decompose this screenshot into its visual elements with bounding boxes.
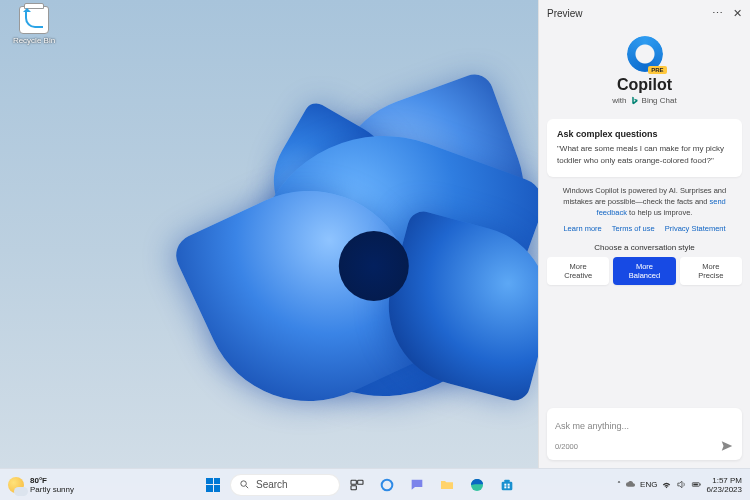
task-view-icon xyxy=(349,477,365,493)
taskbar-systray: ˄ ENG 1:57 PM 6/23/2023 xyxy=(580,476,750,494)
taskbar-search[interactable]: Search xyxy=(230,474,340,496)
learn-more-link[interactable]: Learn more xyxy=(563,224,601,233)
style-selector: MoreCreative MoreBalanced MorePrecise xyxy=(539,257,750,295)
bing-icon xyxy=(630,96,639,105)
copilot-taskbar-button[interactable] xyxy=(374,472,400,498)
svg-rect-14 xyxy=(700,484,701,486)
folder-icon xyxy=(439,477,455,493)
weather-temp: 80°F xyxy=(30,476,74,485)
chat-input-box[interactable]: 0/2000 xyxy=(547,408,742,460)
recycle-bin-icon xyxy=(19,6,49,34)
svg-rect-3 xyxy=(358,480,363,484)
recycle-bin[interactable]: Recycle Bin xyxy=(10,6,58,45)
svg-rect-2 xyxy=(351,480,356,484)
example-card-header: Ask complex questions xyxy=(557,129,732,139)
copilot-logo: PRE xyxy=(627,36,663,72)
send-button[interactable] xyxy=(720,439,734,453)
style-creative[interactable]: MoreCreative xyxy=(547,257,609,285)
chat-button[interactable] xyxy=(404,472,430,498)
example-card[interactable]: Ask complex questions "What are some mea… xyxy=(547,119,742,177)
close-icon[interactable]: ✕ xyxy=(733,7,742,20)
taskbar-clock[interactable]: 1:57 PM 6/23/2023 xyxy=(706,476,742,494)
battery-icon[interactable] xyxy=(691,479,702,490)
style-precise[interactable]: MorePrecise xyxy=(680,257,742,285)
windows-logo-icon xyxy=(206,478,220,492)
copilot-header: Preview ⋯ ✕ xyxy=(539,0,750,26)
language-indicator[interactable]: ENG xyxy=(640,480,657,489)
svg-point-0 xyxy=(241,481,247,487)
style-balanced[interactable]: MoreBalanced xyxy=(613,257,675,285)
tray-chevron[interactable]: ˄ xyxy=(617,480,621,489)
store-icon xyxy=(499,477,515,493)
search-placeholder: Search xyxy=(256,479,288,490)
svg-rect-8 xyxy=(504,479,509,482)
weather-icon xyxy=(8,477,24,493)
svg-rect-9 xyxy=(504,483,506,485)
copilot-hero: PRE Copilot with Bing Chat xyxy=(539,26,750,119)
copilot-subtitle: with Bing Chat xyxy=(539,96,750,105)
more-options-icon[interactable]: ⋯ xyxy=(712,7,723,20)
char-counter: 0/2000 xyxy=(555,442,578,451)
svg-rect-7 xyxy=(502,481,513,490)
send-icon xyxy=(720,439,734,453)
copilot-title: Copilot xyxy=(539,76,750,94)
terms-link[interactable]: Terms of use xyxy=(612,224,655,233)
onedrive-icon[interactable] xyxy=(625,479,636,490)
svg-rect-11 xyxy=(504,486,506,488)
chat-icon xyxy=(409,477,425,493)
svg-rect-4 xyxy=(351,485,356,489)
privacy-link[interactable]: Privacy Statement xyxy=(665,224,726,233)
taskbar-center: Search xyxy=(140,472,580,498)
copilot-header-label: Preview xyxy=(547,8,583,19)
svg-rect-15 xyxy=(694,484,699,486)
svg-line-1 xyxy=(246,486,248,488)
clock-time: 1:57 PM xyxy=(706,476,742,485)
copilot-info: Windows Copilot is powered by AI. Surpri… xyxy=(539,185,750,218)
copilot-links: Learn more Terms of use Privacy Statemen… xyxy=(539,224,750,233)
svg-rect-10 xyxy=(508,483,510,485)
svg-point-5 xyxy=(382,479,393,490)
file-explorer-button[interactable] xyxy=(434,472,460,498)
copilot-logo-badge: PRE xyxy=(648,66,666,74)
weather-condition: Partly sunny xyxy=(30,485,74,494)
task-view-button[interactable] xyxy=(344,472,370,498)
taskbar: 80°F Partly sunny Search ˄ ENG 1:57 PM 6… xyxy=(0,468,750,500)
search-icon xyxy=(239,479,250,490)
chat-input[interactable] xyxy=(555,421,734,431)
copilot-panel: Preview ⋯ ✕ PRE Copilot with Bing Chat A… xyxy=(538,0,750,468)
copilot-icon xyxy=(379,477,395,493)
recycle-bin-label: Recycle Bin xyxy=(10,36,58,45)
edge-icon xyxy=(469,477,485,493)
edge-button[interactable] xyxy=(464,472,490,498)
svg-rect-12 xyxy=(508,486,510,488)
clock-date: 6/23/2023 xyxy=(706,485,742,494)
style-label: Choose a conversation style xyxy=(539,243,750,252)
start-button[interactable] xyxy=(200,472,226,498)
taskbar-weather[interactable]: 80°F Partly sunny xyxy=(0,476,140,494)
store-button[interactable] xyxy=(494,472,520,498)
wifi-icon[interactable] xyxy=(661,479,672,490)
volume-icon[interactable] xyxy=(676,479,687,490)
example-card-text: "What are some meals I can make for my p… xyxy=(557,143,732,167)
